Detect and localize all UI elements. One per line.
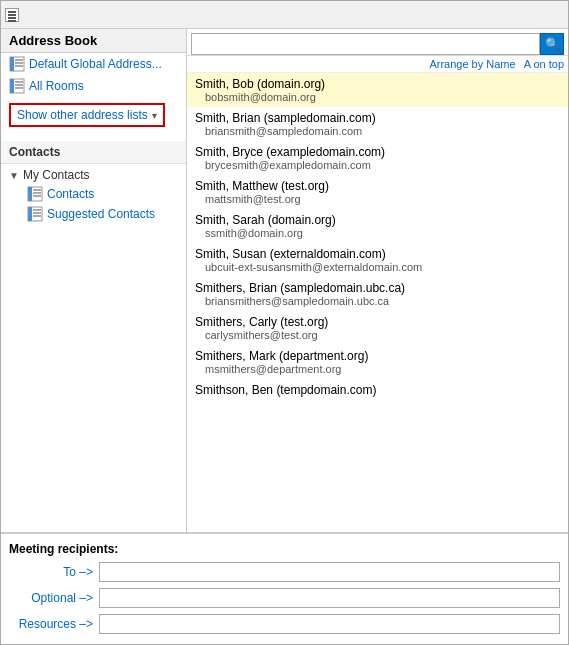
contact-entry[interactable]: Smith, Matthew (test.org)mattsmith@test.… — [187, 175, 568, 209]
resources-row: Resources –> — [9, 614, 560, 634]
contact-email: carlysmithers@test.org — [187, 329, 568, 345]
contact-email: ubcuit-ext-susansmith@externaldomain.com — [187, 261, 568, 277]
to-input[interactable] — [99, 562, 560, 582]
default-global-address-nav[interactable]: Default Global Address... — [1, 53, 186, 75]
svg-rect-6 — [10, 79, 14, 93]
to-label[interactable]: To –> — [9, 565, 99, 579]
triangle-icon: ▼ — [9, 170, 19, 181]
all-rooms-label: All Rooms — [29, 79, 84, 93]
optional-label[interactable]: Optional –> — [9, 591, 99, 605]
address-book-icon-2 — [9, 78, 25, 94]
my-contacts-title: ▼ My Contacts — [9, 168, 178, 182]
contact-entry[interactable]: Smith, Bob (domain.org)bobsmith@domain.o… — [187, 73, 568, 107]
contact-email: briansmithers@sampledomain.ubc.ca — [187, 295, 568, 311]
svg-rect-16 — [28, 207, 32, 221]
resources-input[interactable] — [99, 614, 560, 634]
contact-name: Smith, Matthew (test.org) — [187, 175, 568, 193]
contact-email: brycesmith@exampledomain.com — [187, 159, 568, 175]
contact-name: Smithers, Brian (sampledomain.ubc.ca) — [187, 277, 568, 295]
contact-entry[interactable]: Smithson, Ben (tempdomain.com) — [187, 379, 568, 397]
contact-entry[interactable]: Smith, Brian (sampledomain.com)briansmit… — [187, 107, 568, 141]
contact-name: Smith, Susan (externaldomain.com) — [187, 243, 568, 261]
contact-name: Smith, Brian (sampledomain.com) — [187, 107, 568, 125]
contacts-label: Contacts — [47, 187, 94, 201]
contacts-icon — [27, 186, 43, 202]
left-panel: Address Book Default Global Address... — [1, 29, 187, 532]
contact-entry[interactable]: Smith, Susan (externaldomain.com)ubcuit-… — [187, 243, 568, 277]
show-other-address-lists-button[interactable]: Show other address lists ▾ — [9, 103, 165, 127]
right-panel: 🔍 Arrange by Name A on top Smith, Bob (d… — [187, 29, 568, 532]
contact-email: ssmith@domain.org — [187, 227, 568, 243]
a-on-top-link[interactable]: A on top — [524, 58, 564, 70]
suggested-contacts-icon — [27, 206, 43, 222]
list-view-icon — [5, 8, 19, 22]
contact-email: mattsmith@test.org — [187, 193, 568, 209]
all-rooms-nav[interactable]: All Rooms — [1, 75, 186, 97]
default-global-address-label: Default Global Address... — [29, 57, 162, 71]
contact-entry[interactable]: Smithers, Carly (test.org)carlysmithers@… — [187, 311, 568, 345]
contact-entry[interactable]: Smith, Bryce (exampledomain.com)brycesmi… — [187, 141, 568, 175]
chevron-down-icon: ▾ — [152, 110, 157, 121]
contact-name: Smithson, Ben (tempdomain.com) — [187, 379, 568, 397]
my-contacts-label: My Contacts — [23, 168, 90, 182]
svg-rect-1 — [10, 57, 14, 71]
contact-list: Smith, Bob (domain.org)bobsmith@domain.o… — [187, 73, 568, 532]
arrange-bar: Arrange by Name A on top — [187, 56, 568, 73]
search-icon: 🔍 — [545, 37, 560, 51]
address-book-icon — [9, 56, 25, 72]
search-button[interactable]: 🔍 — [540, 33, 564, 55]
contact-name: Smithers, Mark (department.org) — [187, 345, 568, 363]
arrange-by-name-link[interactable]: Arrange by Name — [429, 58, 515, 70]
optional-input[interactable] — [99, 588, 560, 608]
contact-email: briansmith@sampledomain.com — [187, 125, 568, 141]
optional-row: Optional –> — [9, 588, 560, 608]
contacts-section-label: Contacts — [1, 141, 186, 164]
suggested-contacts-label: Suggested Contacts — [47, 207, 155, 221]
contact-entry[interactable]: Smith, Sarah (domain.org)ssmith@domain.o… — [187, 209, 568, 243]
contact-name: Smith, Sarah (domain.org) — [187, 209, 568, 227]
search-input[interactable] — [191, 33, 540, 55]
address-book-title: Address Book — [1, 29, 186, 53]
contact-email: bobsmith@domain.org — [187, 91, 568, 107]
top-bar — [1, 1, 568, 29]
svg-rect-11 — [28, 187, 32, 201]
contact-name: Smithers, Carly (test.org) — [187, 311, 568, 329]
contact-email: msmithers@department.org — [187, 363, 568, 379]
contact-name: Smith, Bryce (exampledomain.com) — [187, 141, 568, 159]
to-row: To –> — [9, 562, 560, 582]
suggested-contacts-sub[interactable]: Suggested Contacts — [9, 204, 178, 224]
contacts-sub-contacts[interactable]: Contacts — [9, 184, 178, 204]
show-other-label: Show other address lists — [17, 108, 148, 122]
contact-entry[interactable]: Smithers, Mark (department.org)msmithers… — [187, 345, 568, 379]
bottom-section: Meeting recipients: To –> Optional –> Re… — [1, 532, 568, 644]
contact-name: Smith, Bob (domain.org) — [187, 73, 568, 91]
content-area: Address Book Default Global Address... — [1, 29, 568, 532]
resources-label[interactable]: Resources –> — [9, 617, 99, 631]
contacts-group: ▼ My Contacts — [1, 164, 186, 228]
address-book-dialog: Address Book Default Global Address... — [0, 0, 569, 645]
meeting-recipients-title: Meeting recipients: — [9, 542, 560, 556]
contacts-section: Contacts ▼ My Contacts — [1, 141, 186, 532]
contact-entry[interactable]: Smithers, Brian (sampledomain.ubc.ca)bri… — [187, 277, 568, 311]
search-bar: 🔍 — [187, 29, 568, 56]
